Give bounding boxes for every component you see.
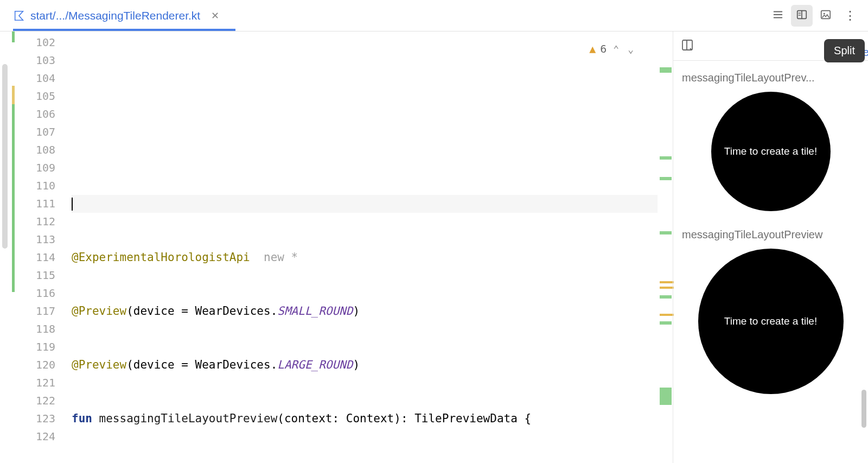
line-number: 106: [12, 105, 55, 123]
code-line[interactable]: @ExperimentalHorologistApi new *: [72, 249, 658, 267]
wear-preview-small[interactable]: Time to create a tile!: [711, 92, 831, 211]
line-number: 115: [12, 267, 55, 284]
kotlin-file-icon: [13, 10, 25, 22]
line-number: 109: [12, 159, 55, 177]
line-number: 119: [12, 338, 55, 356]
vcs-gutter: [12, 31, 15, 463]
line-number: 105: [12, 87, 55, 105]
line-number: 122: [12, 392, 55, 410]
tile-text: Time to create a tile!: [724, 145, 817, 157]
next-problem-button[interactable]: ⌄: [626, 40, 636, 58]
stripe-warning-marker[interactable]: [660, 287, 674, 289]
tile-text: Time to create a tile!: [724, 315, 817, 327]
editor-scrollbar[interactable]: [0, 31, 12, 463]
main-area: 102 103 104 105 106 107 108 109 110 111 …: [0, 31, 868, 463]
code-line[interactable]: [72, 141, 658, 159]
tab-label: start/.../MessagingTileRenderer.kt: [30, 9, 200, 22]
preview-scrollbar-thumb[interactable]: [861, 390, 866, 428]
layout-icon[interactable]: [681, 39, 694, 54]
code-line[interactable]: [72, 195, 658, 213]
prev-problem-button[interactable]: ⌃: [611, 40, 621, 58]
line-number: 123: [12, 410, 55, 428]
line-number: 111: [12, 195, 55, 213]
code-line[interactable]: fun messagingTileLayoutPreview(context: …: [72, 410, 658, 428]
line-number: 114: [12, 249, 55, 267]
vcs-added-marker: [12, 31, 15, 42]
code-line[interactable]: [72, 87, 658, 105]
code-editor[interactable]: 102 103 104 105 106 107 108 109 110 111 …: [12, 31, 673, 463]
line-number-gutter: 102 103 104 105 106 107 108 109 110 111 …: [12, 31, 72, 463]
text-caret: [72, 198, 73, 211]
svg-point-5: [824, 13, 825, 15]
line-number: 120: [12, 356, 55, 374]
preview-panel: ✓ ate Split messagingTileLayoutPrev... T…: [673, 31, 868, 463]
stripe-marker[interactable]: [660, 388, 672, 405]
view-code-only-button[interactable]: [767, 5, 789, 27]
code-line[interactable]: @Preview(device = WearDevices.SMALL_ROUN…: [72, 302, 658, 320]
stripe-marker[interactable]: [660, 295, 672, 299]
warning-icon: ▲: [589, 40, 596, 58]
view-design-only-button[interactable]: [815, 5, 837, 27]
warning-count: 6: [600, 40, 607, 58]
preview-item[interactable]: messagingTileLayoutPrev... Time to creat…: [682, 72, 859, 211]
line-number: 104: [12, 69, 55, 87]
tooltip: Split: [824, 39, 865, 62]
line-number: 116: [12, 284, 55, 302]
preview-toolbar: ✓ ate Split: [673, 31, 868, 61]
line-number: 108: [12, 141, 55, 159]
line-number: 113: [12, 231, 55, 249]
line-number: 124: [12, 428, 55, 446]
code-text-area[interactable]: ▲ 6 ⌃ ⌄ @ExperimentalHorologistApi new *…: [72, 31, 658, 463]
preview-content[interactable]: messagingTileLayoutPrev... Time to creat…: [673, 61, 868, 463]
stripe-marker[interactable]: [660, 156, 672, 160]
stripe-marker[interactable]: [660, 67, 672, 73]
line-number: 102: [12, 34, 55, 52]
preview-label: messagingTileLayoutPreview: [682, 229, 859, 241]
stripe-warning-marker[interactable]: [660, 281, 674, 283]
vcs-modified-marker: [12, 86, 15, 104]
line-number: 121: [12, 374, 55, 392]
line-number: 118: [12, 320, 55, 338]
wear-preview-large[interactable]: Time to create a tile!: [698, 249, 844, 394]
preview-item[interactable]: messagingTileLayoutPreview Time to creat…: [682, 229, 859, 394]
tab-active-indicator: [13, 29, 235, 31]
line-number: 103: [12, 52, 55, 69]
error-stripe[interactable]: [658, 31, 673, 463]
scrollbar-thumb[interactable]: [2, 64, 8, 249]
more-options-button[interactable]: ⋮: [839, 9, 861, 23]
tab-bar: start/.../MessagingTileRenderer.kt ✕ ⋮: [0, 0, 868, 31]
code-line[interactable]: @Preview(device = WearDevices.LARGE_ROUN…: [72, 356, 658, 374]
view-split-button[interactable]: [791, 5, 813, 27]
line-number: 117: [12, 302, 55, 320]
stripe-marker[interactable]: [660, 177, 672, 180]
file-tab[interactable]: start/.../MessagingTileRenderer.kt ✕: [0, 0, 233, 31]
editor-view-toolbar: ⋮: [767, 0, 861, 31]
stripe-warning-marker[interactable]: [660, 314, 674, 316]
close-tab-icon[interactable]: ✕: [206, 10, 225, 22]
line-number: 107: [12, 123, 55, 141]
stripe-marker[interactable]: [660, 231, 672, 234]
preview-label: messagingTileLayoutPrev...: [682, 72, 859, 84]
inspection-summary[interactable]: ▲ 6 ⌃ ⌄: [589, 40, 636, 58]
line-number: 112: [12, 213, 55, 231]
stripe-marker[interactable]: [660, 321, 672, 325]
vcs-added-marker: [12, 86, 15, 292]
line-number: 110: [12, 177, 55, 195]
